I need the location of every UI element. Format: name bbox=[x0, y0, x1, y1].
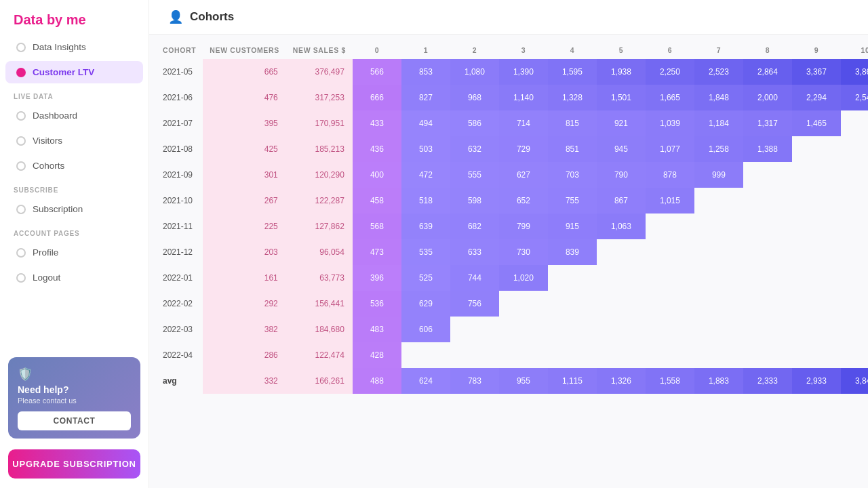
cohort-cell bbox=[597, 239, 646, 265]
cohort-cell: 714 bbox=[499, 110, 548, 136]
cohort-cell bbox=[597, 265, 646, 291]
subscribe-section-label: SUBSCRIBE bbox=[0, 178, 149, 197]
new-customers-value: 161 bbox=[203, 265, 286, 291]
cohort-cell bbox=[792, 317, 841, 342]
cohort-cell: 955 bbox=[499, 368, 548, 394]
cohort-cell bbox=[450, 342, 499, 368]
table-header-6: 6 bbox=[646, 41, 694, 59]
cohort-cell: 682 bbox=[450, 214, 499, 239]
cohort-cell bbox=[743, 342, 792, 368]
help-icon: 🛡️ bbox=[18, 367, 131, 382]
cohort-cell: 2,294 bbox=[792, 85, 841, 110]
cohort-cell: 730 bbox=[499, 239, 548, 265]
sidebar-item-profile[interactable]: Profile bbox=[5, 241, 143, 264]
cohort-cell bbox=[841, 110, 868, 136]
sidebar-item-visitors[interactable]: Visitors bbox=[5, 129, 143, 152]
table-body: 2021-05665376,4975668531,0801,3901,5951,… bbox=[149, 59, 868, 394]
cohort-label: 2021-10 bbox=[149, 188, 203, 214]
contact-button[interactable]: CONTACT bbox=[18, 411, 131, 430]
cohort-cell: 921 bbox=[597, 110, 646, 136]
table-row: avg332166,2614886247839551,1151,3261,558… bbox=[149, 368, 868, 394]
cohort-cell bbox=[499, 291, 548, 317]
cohort-cell bbox=[792, 162, 841, 188]
upgrade-subscription-button[interactable]: UPGRADE SUBSCRIPTION bbox=[8, 449, 140, 479]
new-sales-value: 184,680 bbox=[286, 317, 353, 342]
cohort-cell: 755 bbox=[548, 188, 597, 214]
cohort-cell bbox=[841, 265, 868, 291]
cohort-label: 2021-12 bbox=[149, 239, 203, 265]
sidebar-dot bbox=[16, 43, 26, 52]
table-header-new-customers: NEW CUSTOMERS bbox=[203, 41, 286, 59]
sidebar-item-customer-ltv[interactable]: Customer LTV bbox=[5, 61, 143, 83]
cohort-cell: 2,933 bbox=[792, 368, 841, 394]
new-customers-value: 476 bbox=[203, 85, 286, 110]
cohort-cell: 1,184 bbox=[694, 110, 743, 136]
table-row: 2022-02292156,441536629756 bbox=[149, 291, 868, 317]
table-header-5: 5 bbox=[597, 41, 646, 59]
cohorts-table: COHORTNEW CUSTOMERSNEW SALES $0123456789… bbox=[149, 41, 868, 394]
cohort-cell bbox=[743, 317, 792, 342]
cohort-cell: 488 bbox=[353, 368, 401, 394]
table-header-4: 4 bbox=[548, 41, 597, 59]
cohort-cell: 729 bbox=[499, 136, 548, 162]
cohort-cell bbox=[841, 291, 868, 317]
cohort-cell: 472 bbox=[401, 162, 450, 188]
cohort-cell bbox=[841, 239, 868, 265]
cohort-cell bbox=[597, 291, 646, 317]
cohort-cell: 536 bbox=[353, 291, 401, 317]
cohort-cell: 2,864 bbox=[743, 59, 792, 85]
sidebar-item-cohorts[interactable]: Cohorts bbox=[5, 155, 143, 177]
new-sales-value: 122,474 bbox=[286, 342, 353, 368]
table-row: 2021-06476317,2536668279681,1401,3281,50… bbox=[149, 85, 868, 110]
cohort-cell: 627 bbox=[499, 162, 548, 188]
table-row: 2021-08425185,2134365036327298519451,077… bbox=[149, 136, 868, 162]
sidebar-item-subscription[interactable]: Subscription bbox=[5, 198, 143, 220]
sidebar-item-dashboard[interactable]: Dashboard bbox=[5, 104, 143, 127]
cohort-cell bbox=[743, 239, 792, 265]
cohort-cell: 1,665 bbox=[646, 85, 694, 110]
cohort-cell: 494 bbox=[401, 110, 450, 136]
cohort-cell: 1,080 bbox=[450, 59, 499, 85]
cohort-cell: 968 bbox=[450, 85, 499, 110]
cohort-label: 2021-09 bbox=[149, 162, 203, 188]
sidebar-item-data-insights[interactable]: Data Insights bbox=[5, 36, 143, 58]
new-customers-value: 301 bbox=[203, 162, 286, 188]
table-header-1: 1 bbox=[401, 41, 450, 59]
cohort-cell: 2,523 bbox=[694, 59, 743, 85]
cohort-cell bbox=[694, 188, 743, 214]
sidebar-label: Subscription bbox=[33, 204, 83, 214]
cohort-cell: 839 bbox=[548, 239, 597, 265]
sidebar-dot bbox=[16, 248, 26, 258]
sidebar-item-logout[interactable]: Logout bbox=[5, 266, 143, 289]
cohorts-table-container[interactable]: COHORTNEW CUSTOMERSNEW SALES $0123456789… bbox=[149, 35, 868, 488]
cohort-cell bbox=[792, 265, 841, 291]
help-title: Need help? bbox=[18, 384, 131, 395]
cohort-cell bbox=[792, 188, 841, 214]
help-box: 🛡️ Need help? Please contact us CONTACT bbox=[8, 357, 140, 439]
cohort-cell: 555 bbox=[450, 162, 499, 188]
cohort-cell: 428 bbox=[353, 342, 401, 368]
cohort-cell: 878 bbox=[646, 162, 694, 188]
new-customers-value: 267 bbox=[203, 188, 286, 214]
cohort-cell: 598 bbox=[450, 188, 499, 214]
cohort-cell: 815 bbox=[548, 110, 597, 136]
cohort-cell bbox=[694, 317, 743, 342]
table-header-row: COHORTNEW CUSTOMERSNEW SALES $0123456789… bbox=[149, 41, 868, 59]
cohort-cell: 827 bbox=[401, 85, 450, 110]
cohort-cell: 535 bbox=[401, 239, 450, 265]
cohort-cell: 790 bbox=[597, 162, 646, 188]
main-content: 👤 Cohorts COHORTNEW CUSTOMERSNEW SALES $… bbox=[149, 0, 868, 488]
cohort-cell bbox=[694, 291, 743, 317]
new-sales-value: 166,261 bbox=[286, 368, 353, 394]
new-sales-value: 127,862 bbox=[286, 214, 353, 239]
cohort-cell bbox=[841, 162, 868, 188]
cohort-cell bbox=[694, 214, 743, 239]
cohort-cell: 1,039 bbox=[646, 110, 694, 136]
cohort-cell: 566 bbox=[353, 59, 401, 85]
table-row: 2021-07395170,9514334945867148159211,039… bbox=[149, 110, 868, 136]
table-header-3: 3 bbox=[499, 41, 548, 59]
cohort-cell: 1,020 bbox=[499, 265, 548, 291]
new-sales-value: 63,773 bbox=[286, 265, 353, 291]
new-customers-value: 382 bbox=[203, 317, 286, 342]
cohort-cell bbox=[792, 291, 841, 317]
